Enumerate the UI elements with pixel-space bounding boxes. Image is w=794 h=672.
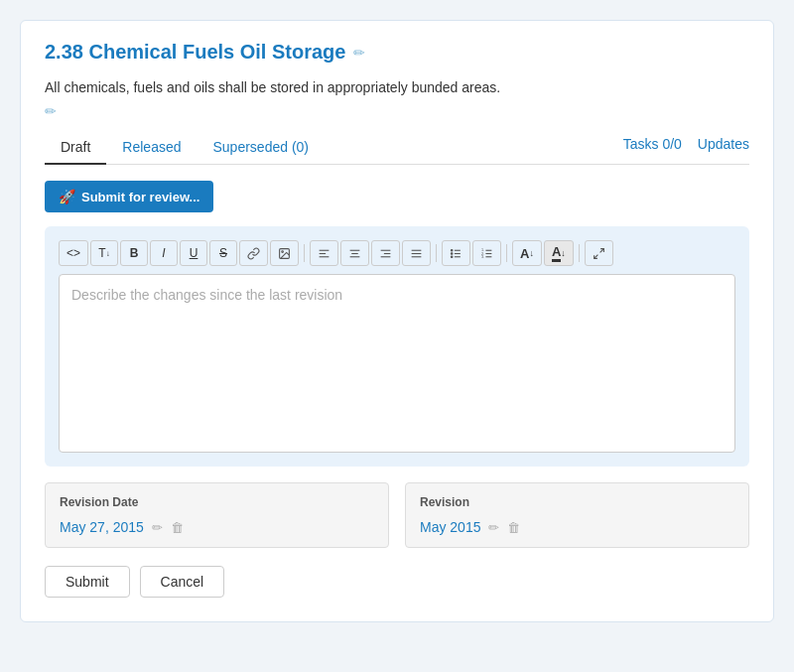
toolbar-heading-btn[interactable]: T↓ xyxy=(90,240,118,266)
revision-edit-icon[interactable]: ✏ xyxy=(488,520,499,535)
toolbar-align-justify-btn[interactable] xyxy=(402,240,431,266)
description-edit-icon[interactable]: ✏ xyxy=(45,103,749,119)
svg-line-27 xyxy=(594,254,597,258)
toolbar-fullscreen-btn[interactable] xyxy=(585,240,613,266)
revision-value: May 2015 xyxy=(420,519,480,535)
revision-card: Revision May 2015 ✏ 🗑 xyxy=(405,482,749,548)
tabs-row: Draft Released Superseded (0) Tasks 0/0 … xyxy=(45,131,749,165)
toolbar-highlight-btn[interactable]: A↓ xyxy=(544,240,574,266)
toolbar-bold-btn[interactable]: B xyxy=(120,240,148,266)
metadata-row: Revision Date May 27, 2015 ✏ 🗑 Revision … xyxy=(45,482,749,548)
revision-date-value-row: May 27, 2015 ✏ 🗑 xyxy=(60,519,374,535)
page-description: All chemicals, fuels and oils shall be s… xyxy=(45,79,749,95)
svg-text:3.: 3. xyxy=(481,254,484,258)
svg-point-1 xyxy=(282,250,284,252)
tab-draft[interactable]: Draft xyxy=(45,131,106,165)
rocket-icon: 🚀 xyxy=(59,189,75,204)
submit-for-review-button[interactable]: 🚀 Submit for review... xyxy=(45,181,213,212)
revision-value-row: May 2015 ✏ 🗑 xyxy=(420,519,734,535)
svg-point-17 xyxy=(451,249,453,251)
toolbar-align-center-btn[interactable] xyxy=(340,240,369,266)
toolbar-strikethrough-btn[interactable]: S xyxy=(209,240,237,266)
tab-superseded[interactable]: Superseded (0) xyxy=(198,131,326,165)
svg-point-19 xyxy=(451,255,453,257)
footer-actions: Submit Cancel xyxy=(45,566,749,598)
title-edit-icon[interactable]: ✏ xyxy=(353,45,365,61)
toolbar-italic-btn[interactable]: I xyxy=(150,240,178,266)
cancel-button[interactable]: Cancel xyxy=(140,566,225,598)
submit-for-review-label: Submit for review... xyxy=(81,190,199,204)
tasks-link[interactable]: Tasks 0/0 xyxy=(623,136,682,152)
revision-date-card: Revision Date May 27, 2015 ✏ 🗑 xyxy=(45,482,389,548)
toolbar-underline-btn[interactable]: U xyxy=(180,240,207,266)
revision-date-label: Revision Date xyxy=(60,495,374,509)
revision-date-value: May 27, 2015 xyxy=(60,519,144,535)
submit-button[interactable]: Submit xyxy=(45,566,130,598)
svg-line-26 xyxy=(599,248,603,252)
toolbar-image-btn[interactable] xyxy=(270,240,299,266)
toolbar-align-left-btn[interactable] xyxy=(310,240,338,266)
toolbar-ordered-list-btn[interactable]: 1.2.3. xyxy=(472,240,501,266)
tab-actions: Tasks 0/0 Updates xyxy=(623,136,749,160)
toolbar-align-right-btn[interactable] xyxy=(371,240,400,266)
editor-textbox[interactable]: Describe the changes since the last revi… xyxy=(59,274,735,453)
page-title-row: 2.38 Chemical Fuels Oil Storage ✏ xyxy=(45,41,749,64)
main-card: 2.38 Chemical Fuels Oil Storage ✏ All ch… xyxy=(20,20,774,622)
svg-point-18 xyxy=(451,252,453,254)
page-title: 2.38 Chemical Fuels Oil Storage xyxy=(45,41,345,64)
revision-delete-icon[interactable]: 🗑 xyxy=(507,520,520,535)
editor-placeholder: Describe the changes since the last revi… xyxy=(71,287,342,303)
toolbar-link-btn[interactable] xyxy=(239,240,268,266)
updates-link[interactable]: Updates xyxy=(698,136,749,152)
revision-date-edit-icon[interactable]: ✏ xyxy=(152,520,163,535)
tab-released[interactable]: Released xyxy=(106,131,197,165)
editor-area: <> T↓ B I U S xyxy=(45,226,749,467)
revision-date-delete-icon[interactable]: 🗑 xyxy=(171,520,184,535)
toolbar-bullet-list-btn[interactable] xyxy=(442,240,470,266)
toolbar-font-color-btn[interactable]: A↓ xyxy=(512,240,542,266)
editor-toolbar: <> T↓ B I U S xyxy=(59,240,735,266)
toolbar-code-btn[interactable]: <> xyxy=(59,240,88,266)
revision-label: Revision xyxy=(420,495,734,509)
